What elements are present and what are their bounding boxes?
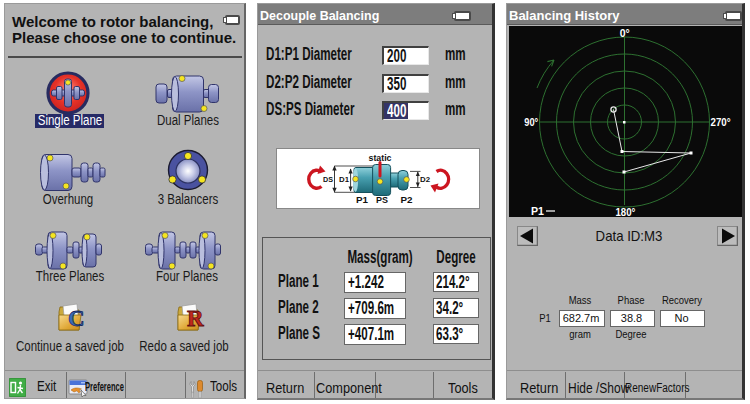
- svg-text:PS: PS: [376, 195, 388, 205]
- svg-text:180°: 180°: [616, 206, 636, 218]
- svg-text:0°: 0°: [620, 28, 630, 39]
- svg-text:DS: DS: [323, 175, 334, 184]
- svg-text:D1: D1: [339, 175, 350, 184]
- svg-text:P2: P2: [401, 195, 413, 205]
- svg-text:90°: 90°: [524, 117, 538, 128]
- svg-text:D2: D2: [420, 175, 431, 184]
- svg-text:R: R: [187, 306, 204, 331]
- svg-text:P1: P1: [356, 195, 368, 205]
- svg-text:C: C: [68, 306, 85, 331]
- svg-text:270°: 270°: [711, 117, 731, 128]
- svg-text:P1: P1: [531, 205, 544, 217]
